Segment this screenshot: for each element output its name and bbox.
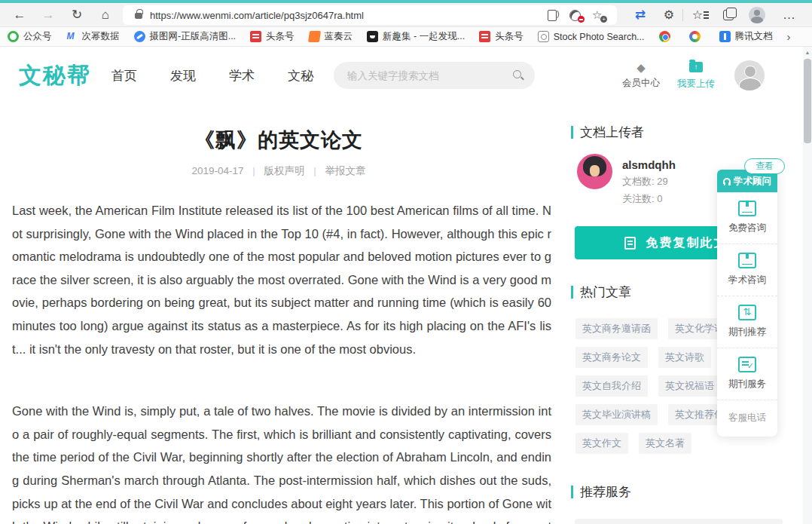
- home-icon[interactable]: [93, 3, 118, 27]
- bookmark-icon: [134, 31, 145, 42]
- read-aloud-icon[interactable]: [542, 5, 564, 25]
- view-button[interactable]: 查看: [744, 158, 785, 174]
- bookmark-label: 头条号: [495, 30, 524, 43]
- member-center[interactable]: ◆ 会员中心: [616, 62, 666, 90]
- recommend-card-edge: [575, 519, 783, 524]
- consult-panel: 学术顾问 免费咨询 学术咨询 期刊推荐 期刊服务: [717, 170, 777, 437]
- browser-essentials-icon[interactable]: [657, 3, 681, 27]
- profile-avatar[interactable]: [749, 7, 765, 23]
- consult-items: 免费咨询 学术咨询 期刊推荐 期刊服务 客服电话: [717, 192, 777, 437]
- page-scrollbar[interactable]: ▲: [803, 47, 812, 524]
- tag-link[interactable]: 英文自我介绍: [575, 375, 648, 397]
- bookmark-item[interactable]: 摄图网-正版高清图...: [134, 30, 237, 43]
- consult-item-label: 期刊服务: [728, 378, 766, 389]
- consult-item[interactable]: 学术咨询: [717, 244, 777, 296]
- bookmark-item[interactable]: [689, 31, 705, 42]
- tag-link[interactable]: 英文祝福语: [658, 375, 721, 397]
- consult-item-icon: [738, 201, 756, 216]
- bookmark-item[interactable]: 次幂数据: [66, 30, 120, 43]
- consult-item-label: 免费咨询: [728, 222, 766, 233]
- bookmark-item[interactable]: 头条号: [479, 30, 524, 43]
- toolbar-divider: [682, 9, 683, 21]
- bookmark-label: 蓝奏云: [325, 30, 353, 43]
- follow-label: 关注数:: [622, 193, 655, 204]
- refresh-icon[interactable]: [65, 3, 89, 27]
- nav-item[interactable]: 发现: [170, 67, 196, 84]
- bookmark-label: 次幂数据: [82, 30, 120, 43]
- copyright-link[interactable]: 版权声明: [264, 165, 305, 176]
- nav-item[interactable]: 学术: [229, 67, 255, 84]
- bookmark-icon: [308, 31, 321, 42]
- tracking-prevention-icon[interactable]: [564, 5, 587, 25]
- bookmarks-overflow-icon[interactable]: ›: [787, 30, 791, 43]
- address-bar[interactable]: https://www.wenmi.com/article/pq3sjz0647…: [123, 5, 617, 25]
- bookmark-item[interactable]: 腾讯文档: [719, 30, 773, 43]
- bookmark-item[interactable]: [659, 31, 675, 42]
- tag-link[interactable]: 英文商务论文: [575, 347, 648, 368]
- nav-item[interactable]: 文秘: [288, 67, 313, 84]
- site-logo[interactable]: 文秘帮: [19, 60, 91, 91]
- article-title: 《飘》的英文论文: [0, 127, 557, 154]
- bookmark-item[interactable]: Stock Photo Search...: [538, 31, 645, 42]
- blocked-badge: [578, 16, 585, 23]
- docs-label: 文档数:: [622, 176, 655, 187]
- user-avatar[interactable]: [734, 60, 765, 90]
- upload-folder-icon: [689, 62, 703, 72]
- search-input[interactable]: [347, 70, 512, 81]
- url-text[interactable]: https://www.wenmi.com/article/pq3sjz0647…: [150, 10, 542, 21]
- search-box[interactable]: [334, 62, 535, 89]
- bookmark-icon: [689, 31, 701, 42]
- consult-item[interactable]: 期刊推荐: [717, 296, 777, 348]
- back-icon[interactable]: [8, 3, 32, 27]
- uploader-heading: 文档上传者: [571, 125, 644, 139]
- hot-articles-heading: 热门文章: [571, 285, 631, 299]
- meta-separator: |: [313, 165, 316, 176]
- uploader-name[interactable]: alsmdqhh: [622, 158, 676, 171]
- consult-item[interactable]: 期刊服务: [717, 348, 777, 400]
- tab-switch-icon[interactable]: [628, 3, 652, 27]
- member-center-label: 会员中心: [616, 77, 666, 90]
- follow-count: 0: [657, 193, 662, 204]
- uploader-docs: 文档数: 29: [622, 175, 668, 188]
- scrollbar-up-arrow[interactable]: ▲: [803, 47, 812, 57]
- settings-more-icon[interactable]: [777, 3, 801, 27]
- bookmark-item[interactable]: 蓝奏云: [309, 30, 353, 43]
- browser-toolbar: https://www.wenmi.com/article/pq3sjz0647…: [0, 3, 812, 27]
- bookmark-list: 公众号 次幂数据 摄图网-正版高清图... 头条号 蓝奏云: [8, 30, 773, 43]
- tag-link[interactable]: 英文诗歌: [658, 347, 711, 368]
- tag-link[interactable]: 英文名著: [639, 433, 691, 454]
- docs-count: 29: [657, 176, 667, 187]
- favorites-icon[interactable]: [688, 3, 713, 27]
- vip-diamond-icon: ◆: [636, 62, 646, 73]
- nav-item[interactable]: 首页: [111, 67, 137, 84]
- forward-icon: [36, 3, 60, 27]
- bookmark-label: Stock Photo Search...: [554, 32, 645, 42]
- bookmark-item[interactable]: 公众号: [8, 30, 52, 43]
- bookmark-label: 腾讯文档: [735, 30, 773, 43]
- headset-icon: [723, 178, 731, 184]
- bookmark-icon: [479, 31, 490, 42]
- search-icon[interactable]: [512, 69, 524, 81]
- uploader-follows: 关注数: 0: [622, 192, 662, 206]
- upload-button[interactable]: 我要上传: [671, 62, 721, 90]
- report-link[interactable]: 举报文章: [325, 165, 366, 176]
- consult-item-icon: [738, 253, 756, 268]
- tag-link[interactable]: 英文毕业演讲稿: [575, 404, 658, 425]
- article: 《飘》的英文论文 2019-04-17 | 版权声明 | 举报文章 Last w…: [0, 118, 557, 524]
- lock-icon: [135, 13, 142, 19]
- consult-item[interactable]: 客服电话: [717, 400, 777, 437]
- add-favorite-icon[interactable]: [587, 5, 609, 25]
- consult-item-label: 学术咨询: [728, 274, 766, 285]
- bookmark-icon: [250, 31, 261, 42]
- uploader-avatar[interactable]: [577, 154, 612, 189]
- bookmark-icon: [367, 31, 378, 42]
- tag-link[interactable]: 英文作文: [575, 433, 628, 454]
- consult-item[interactable]: 免费咨询: [717, 192, 777, 244]
- collections-icon[interactable]: [717, 3, 741, 27]
- scrollbar-thumb[interactable]: [804, 59, 811, 143]
- upload-label: 我要上传: [671, 78, 721, 90]
- tag-link[interactable]: 英文商务邀请函: [575, 318, 658, 339]
- bookmark-icon: [538, 31, 549, 42]
- bookmark-item[interactable]: 头条号: [250, 30, 295, 43]
- bookmark-item[interactable]: 新趣集 - 一起发现...: [367, 30, 465, 43]
